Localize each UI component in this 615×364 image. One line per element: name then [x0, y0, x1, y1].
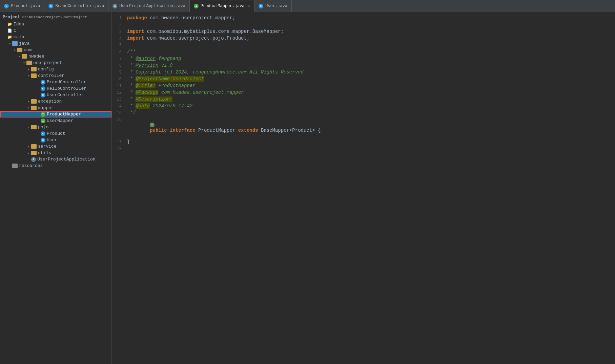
userproject-app-label: UserProjectApplication — [37, 157, 96, 162]
sidebar-item-pojo[interactable]: pojo — [0, 124, 111, 130]
line-num-11: 11 — [112, 84, 127, 88]
sidebar-item-mapper[interactable]: mapper — [0, 105, 111, 111]
arrow-controller — [26, 74, 31, 78]
java-folder-icon — [12, 41, 18, 46]
hwadee-label: hwadee — [28, 54, 44, 59]
line-content-6: /** — [127, 49, 615, 55]
sidebar-item-hwadee[interactable]: hwadee — [0, 53, 111, 60]
sidebar-item-main[interactable]: 📁 main — [0, 34, 111, 40]
tab-label-brand: BrandController.java — [55, 4, 104, 8]
code-line-3: 3 import com.baomidou.mybatisplus.core.m… — [112, 28, 615, 35]
mapper-label: mapper — [38, 105, 54, 110]
com-folder-icon — [17, 48, 22, 52]
sidebar-item-config[interactable]: config — [0, 66, 111, 72]
code-editor[interactable]: 1 package com.hwadee.userproject.mapper;… — [112, 12, 615, 364]
arrow-pojo — [26, 125, 31, 129]
line-num-8: 8 — [112, 63, 127, 68]
project-label: Project — [3, 15, 20, 20]
exception-folder-icon — [31, 99, 37, 104]
code-line-7: 7 * @author fengpeng — [112, 56, 615, 62]
line-content-18 — [127, 146, 615, 151]
tab-user-java[interactable]: C User.java — [254, 0, 292, 12]
line-content-3: import com.baomidou.mybatisplus.core.map… — [127, 29, 615, 34]
controller-label: controller — [38, 73, 64, 78]
arrow-service — [26, 145, 31, 149]
line-num-7: 7 — [112, 57, 127, 61]
sidebar-item-hellocontroller[interactable]: C HelloController — [0, 85, 111, 92]
arrow-exception — [26, 100, 31, 104]
sidebar-item-product[interactable]: C Product — [0, 130, 111, 137]
code-line-6: 6 /** — [112, 49, 615, 56]
tab-productmapper-java[interactable]: I ProductMapper.java ✕ — [190, 0, 254, 12]
code-line-2: 2 — [112, 22, 615, 28]
line-num-5: 5 — [112, 43, 127, 48]
code-line-16: 16 public interface ProductMapper extend… — [112, 116, 615, 139]
utils-label: utils — [38, 150, 51, 155]
sidebar-header: Project D:\HBTeachProject\UserProject — [0, 14, 111, 21]
sidebar-item-productmapper[interactable]: I ProductMapper — [0, 111, 111, 117]
code-line-10: 10 * @ProjectName:UserProject — [112, 76, 615, 83]
tab-icon-app: A — [112, 4, 117, 8]
resources-label: resources — [19, 163, 43, 168]
line-content-11: * @Title: ProductMapper — [127, 83, 615, 88]
sidebar-item-com[interactable]: com — [0, 47, 111, 53]
sidebar-item-utils[interactable]: utils — [0, 150, 111, 156]
arrow-config — [26, 67, 31, 71]
hwadee-folder-icon — [22, 54, 27, 59]
usercontroller-icon: C — [41, 93, 45, 98]
tab-close-productmapper[interactable]: ✕ — [248, 4, 250, 8]
config-label: config — [38, 67, 54, 72]
tab-product-java[interactable]: C Product.java — [0, 0, 44, 12]
sidebar-item-resources[interactable]: resources — [0, 163, 111, 169]
tab-bar: C Product.java C BrandController.java A … — [0, 0, 615, 12]
arrow-utils — [26, 151, 31, 155]
resources-icon — [12, 164, 18, 168]
idea-icon: 📁 — [7, 22, 12, 26]
sidebar-item-controller[interactable]: controller — [0, 72, 111, 79]
utils-folder-icon — [31, 151, 37, 155]
line-num-12: 12 — [112, 90, 127, 95]
pojo-label: pojo — [38, 125, 48, 130]
config-folder-icon — [31, 67, 37, 71]
line-content-8: * @version V1.0 — [127, 63, 615, 68]
line-content-17: } — [127, 139, 615, 145]
hellocontroller-label: HelloController — [47, 86, 86, 91]
tab-icon-product: C — [4, 4, 9, 8]
sidebar-item-service[interactable]: service — [0, 143, 111, 150]
sidebar-item-brandcontroller[interactable]: C BrandController — [0, 79, 111, 85]
user-icon: C — [41, 138, 45, 143]
line-content-7: * @author fengpeng — [127, 56, 615, 61]
line-num-2: 2 — [112, 23, 127, 27]
sidebar-item-idea[interactable]: 📁 Idea — [0, 21, 111, 27]
sidebar-item-userproject-app[interactable]: A UserProjectApplication — [0, 156, 111, 163]
sidebar-item-user[interactable]: C User — [0, 137, 111, 143]
sidebar-item-usermapper[interactable]: I UserMapper — [0, 117, 111, 124]
line-num-16: 16 — [112, 117, 127, 122]
usercontroller-label: UserController — [47, 92, 84, 98]
code-line-8: 8 * @version V1.0 — [112, 62, 615, 69]
sidebar-item-c[interactable]: 📄 c — [0, 27, 111, 34]
userproject-folder-icon — [26, 61, 32, 65]
project-path: D:\HBTeachProject\UserProject — [22, 15, 87, 19]
java-label: java — [19, 41, 29, 46]
sidebar-item-exception[interactable]: exception — [0, 98, 111, 105]
line-num-17: 17 — [112, 140, 127, 145]
usermapper-icon: I — [41, 119, 45, 123]
line-num-14: 14 — [112, 104, 127, 109]
service-folder-icon — [31, 144, 37, 149]
code-line-5: 5 — [112, 42, 615, 49]
line-content-9: * Copyright (c) 2024, fengpeng@hwadee.co… — [127, 69, 615, 75]
sidebar-item-usercontroller[interactable]: C UserController — [0, 92, 111, 98]
tab-brand-controller-java[interactable]: C BrandController.java — [44, 0, 108, 12]
sidebar-item-java[interactable]: java — [0, 40, 111, 47]
arrow-userproject — [22, 61, 26, 65]
line-num-10: 10 — [112, 77, 127, 82]
tab-userproject-app-java[interactable]: A UserProjectApplication.java — [108, 0, 189, 12]
com-label: com — [24, 47, 32, 52]
sidebar: Project D:\HBTeachProject\UserProject 📁 … — [0, 12, 112, 364]
sidebar-item-userproject[interactable]: userproject — [0, 60, 111, 66]
code-line-9: 9 * Copyright (c) 2024, fengpeng@hwadee.… — [112, 69, 615, 76]
c-icon: 📄 — [7, 28, 12, 33]
line-content-12: * @Package com.hwadee.userproject.mapper — [127, 90, 615, 95]
tab-icon-productmapper: I — [194, 4, 199, 8]
